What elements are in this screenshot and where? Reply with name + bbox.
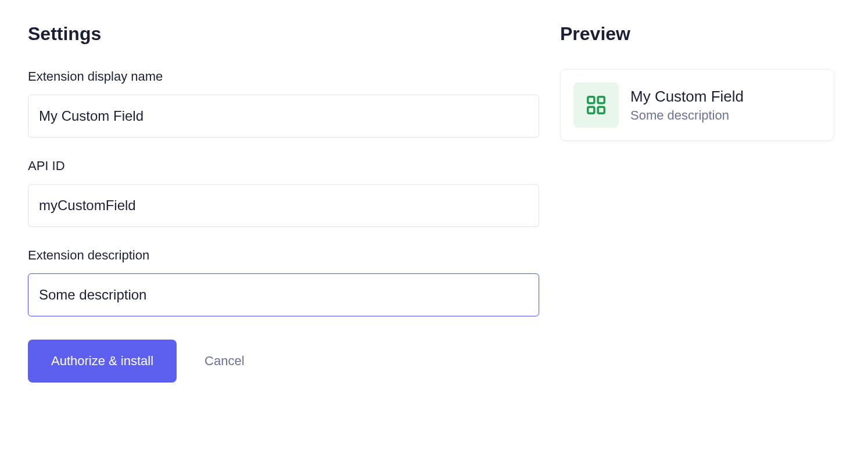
button-row: Authorize & install Cancel (28, 340, 539, 383)
api-id-input[interactable] (28, 184, 539, 227)
preview-text: My Custom Field Some description (630, 88, 744, 123)
api-id-group: API ID (28, 158, 539, 227)
display-name-input[interactable] (28, 95, 539, 138)
preview-card-subtitle: Some description (630, 108, 744, 123)
svg-rect-3 (598, 107, 604, 113)
preview-card: My Custom Field Some description (560, 69, 834, 141)
preview-icon-box (573, 82, 619, 128)
grid-icon (585, 94, 607, 116)
settings-panel: Settings Extension display name API ID E… (28, 23, 539, 383)
svg-rect-0 (588, 97, 594, 103)
preview-panel: Preview My Custom Field Some description (560, 23, 834, 383)
preview-title: Preview (560, 23, 834, 45)
settings-title: Settings (28, 23, 539, 45)
authorize-install-button[interactable]: Authorize & install (28, 340, 177, 383)
description-label: Extension description (28, 248, 539, 263)
display-name-group: Extension display name (28, 69, 539, 138)
preview-card-title: My Custom Field (630, 88, 744, 106)
svg-rect-2 (588, 107, 594, 113)
display-name-label: Extension display name (28, 69, 539, 84)
svg-rect-1 (598, 97, 604, 103)
api-id-label: API ID (28, 158, 539, 174)
description-group: Extension description (28, 248, 539, 316)
description-input[interactable] (28, 273, 539, 316)
cancel-button[interactable]: Cancel (205, 354, 244, 369)
